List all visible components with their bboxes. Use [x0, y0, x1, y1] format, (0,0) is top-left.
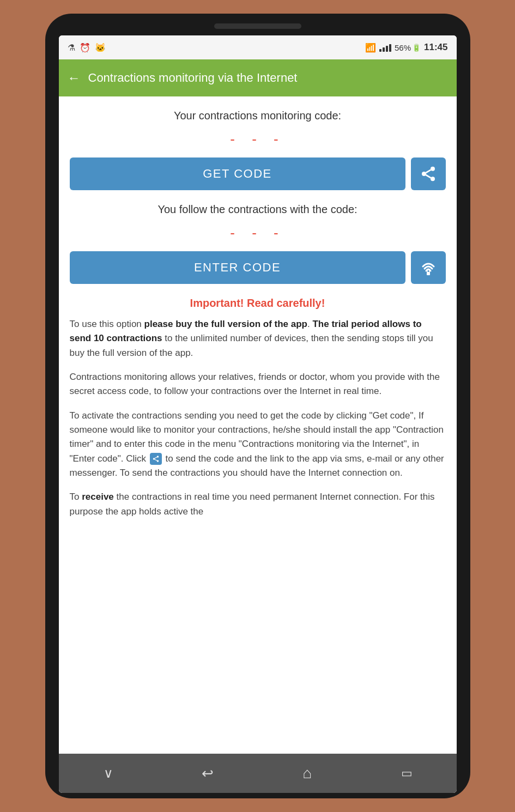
important-para2: Contractions monitoring allows your rela… — [70, 370, 446, 399]
battery-container: 56% 🔋 — [395, 43, 421, 52]
svg-rect-5 — [427, 272, 430, 275]
wifi-lock-icon — [417, 257, 439, 278]
nav-recents[interactable]: ▭ — [390, 760, 423, 787]
wifi-icon: 📶 — [365, 43, 376, 53]
nav-back[interactable]: ↩ — [191, 760, 224, 787]
svg-line-10 — [155, 457, 157, 458]
get-code-row: GET CODE — [70, 157, 446, 190]
svg-point-6 — [157, 456, 159, 458]
battery-percent: 56% — [395, 43, 411, 52]
svg-point-2 — [431, 177, 435, 181]
svg-point-8 — [157, 460, 159, 463]
status-left: ⚗ ⏰ 🐱 — [68, 43, 106, 53]
battery-icon: 🔋 — [412, 44, 421, 52]
flask-icon: ⚗ — [68, 43, 75, 53]
share-button[interactable] — [411, 157, 446, 190]
status-bar: ⚗ ⏰ 🐱 📶 56% 🔋 11:45 — [59, 35, 457, 59]
important-heading: Important! Read carefully! — [70, 297, 446, 310]
clock: 11:45 — [424, 42, 447, 53]
svg-line-9 — [155, 459, 157, 460]
phone-speaker — [214, 23, 301, 29]
code-display: - - - — [70, 131, 446, 148]
get-code-button[interactable]: GET CODE — [70, 157, 405, 190]
important-para4: To receive the contractions in real time… — [70, 490, 446, 519]
enter-code-button[interactable]: ENTER CODE — [70, 251, 405, 284]
phone-screen: ⚗ ⏰ 🐱 📶 56% 🔋 11:45 — [59, 35, 457, 793]
alarm-icon: ⏰ — [80, 43, 90, 53]
app-bar: ← Contractions monitoring via the Intern… — [59, 59, 457, 96]
main-content[interactable]: Your contractions monitoring code: - - -… — [59, 96, 457, 754]
enter-code-row: ENTER CODE — [70, 251, 446, 284]
status-right: 📶 56% 🔋 11:45 — [365, 42, 448, 53]
important-para1: To use this option please buy the full v… — [70, 317, 446, 360]
follow-contractions-label: You follow the contractions with the cod… — [70, 203, 446, 216]
signal-bars — [379, 43, 391, 52]
wifi-lock-button[interactable] — [411, 251, 446, 284]
share-icon — [420, 165, 437, 183]
nav-bar: ∨ ↩ ⌂ ▭ — [59, 754, 457, 793]
back-button[interactable]: ← — [68, 70, 81, 86]
monitoring-code-label: Your contractions monitoring code: — [70, 110, 446, 122]
svg-line-3 — [426, 175, 431, 178]
svg-point-0 — [431, 167, 435, 171]
important-para3: To activate the contractions sending you… — [70, 409, 446, 481]
enter-code-display: - - - — [70, 225, 446, 241]
nav-home[interactable]: ⌂ — [291, 760, 324, 787]
svg-line-4 — [426, 170, 431, 173]
app-bar-title: Contractions monitoring via the Internet — [88, 71, 448, 85]
phone-frame: ⚗ ⏰ 🐱 📶 56% 🔋 11:45 — [45, 14, 470, 798]
svg-point-7 — [153, 458, 155, 460]
inline-share-icon — [150, 453, 162, 465]
cat-icon: 🐱 — [95, 43, 106, 53]
svg-point-1 — [422, 172, 426, 176]
nav-chevron-down[interactable]: ∨ — [92, 760, 125, 787]
back-icon: ← — [68, 70, 81, 86]
